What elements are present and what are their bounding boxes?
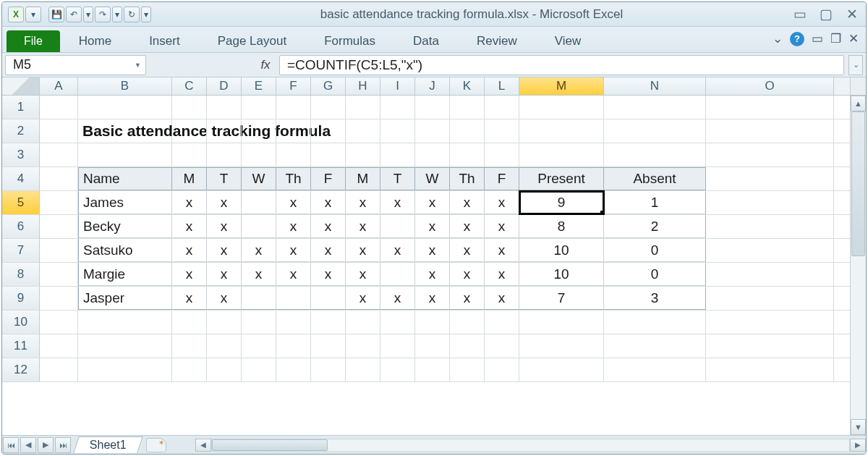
redo-dropdown-icon[interactable]: ▾ (112, 7, 122, 22)
cell-N9[interactable]: 3 (604, 287, 706, 310)
cell-N11[interactable] (604, 334, 706, 358)
cell-K3[interactable] (450, 143, 485, 166)
cell-B3[interactable] (78, 143, 172, 166)
cell-F5[interactable]: x (276, 191, 311, 214)
cell-J10[interactable] (415, 311, 450, 334)
cell-D12[interactable] (207, 358, 242, 381)
qat-customize-icon[interactable]: ▾ (141, 7, 151, 22)
cell-F12[interactable] (276, 358, 311, 381)
cell-O12[interactable] (706, 358, 834, 381)
cell-I1[interactable] (380, 96, 415, 119)
cell-E5[interactable] (242, 191, 276, 214)
cell-A6[interactable] (40, 215, 78, 238)
cell-M5[interactable]: 9 (519, 191, 604, 214)
cell-D3[interactable] (207, 143, 242, 166)
cell-K2[interactable] (450, 119, 485, 143)
cell-H7[interactable]: x (346, 239, 380, 262)
cell-B2[interactable]: Basic attendance tracking formula (78, 119, 172, 143)
cell-H9[interactable]: x (346, 287, 380, 310)
cell-E8[interactable]: x (242, 263, 276, 286)
cell-G7[interactable]: x (311, 239, 346, 262)
cell-I10[interactable] (380, 311, 415, 334)
cell-E2[interactable] (242, 119, 276, 143)
row-header-3[interactable]: 3 (2, 143, 40, 166)
cell-N1[interactable] (604, 96, 706, 119)
row-header-9[interactable]: 9 (2, 287, 40, 310)
cell-B10[interactable] (78, 311, 172, 334)
cell-D4[interactable]: T (207, 167, 242, 190)
row-header-6[interactable]: 6 (2, 215, 40, 238)
cell-H12[interactable] (346, 358, 380, 381)
cell-B6[interactable]: Becky (78, 215, 172, 238)
col-header-I[interactable]: I (380, 77, 415, 95)
cell-D1[interactable] (207, 96, 242, 119)
fx-icon[interactable]: fx (256, 58, 275, 72)
cell-K1[interactable] (450, 96, 485, 119)
cell-N3[interactable] (604, 143, 706, 166)
col-header-E[interactable]: E (242, 77, 276, 95)
cell-J4[interactable]: W (415, 167, 450, 190)
undo-icon[interactable]: ↶ (66, 7, 82, 22)
cell-H2[interactable] (346, 119, 380, 143)
cell-I8[interactable] (380, 263, 415, 286)
cell-M4[interactable]: Present (519, 167, 604, 190)
cell-G12[interactable] (311, 358, 346, 381)
cell-F9[interactable] (276, 287, 311, 310)
cell-O8[interactable] (706, 263, 834, 286)
cell-O6[interactable] (706, 215, 834, 238)
cell-J8[interactable]: x (415, 263, 450, 286)
scroll-left-icon[interactable]: ◀ (195, 439, 211, 452)
cell-J2[interactable] (415, 119, 450, 143)
col-header-H[interactable]: H (346, 77, 380, 95)
cell-H11[interactable] (346, 334, 380, 358)
cell-O4[interactable] (706, 167, 834, 190)
col-header-N[interactable]: N (604, 77, 706, 95)
cell-C5[interactable]: x (172, 191, 207, 214)
tab-view[interactable]: View (536, 30, 600, 52)
cell-D10[interactable] (207, 311, 242, 334)
cell-K11[interactable] (450, 334, 485, 358)
cell-D8[interactable]: x (207, 263, 242, 286)
cell-A5[interactable] (40, 191, 78, 214)
sheet-tab-sheet1[interactable]: Sheet1 (73, 436, 142, 453)
cell-H4[interactable]: M (346, 167, 380, 190)
cell-E9[interactable] (242, 287, 276, 310)
cell-G9[interactable] (311, 287, 346, 310)
cell-A8[interactable] (40, 263, 78, 286)
cell-A10[interactable] (40, 311, 78, 334)
cell-D7[interactable]: x (207, 239, 242, 262)
cell-I9[interactable]: x (380, 287, 415, 310)
cell-M10[interactable] (519, 311, 604, 334)
col-header-D[interactable]: D (207, 77, 242, 95)
cell-K12[interactable] (450, 358, 485, 381)
col-header-J[interactable]: J (415, 77, 450, 95)
cell-G2[interactable] (311, 119, 346, 143)
cell-M3[interactable] (519, 143, 604, 166)
cell-C11[interactable] (172, 334, 207, 358)
cell-C8[interactable]: x (172, 263, 207, 286)
excel-icon[interactable]: X (8, 7, 24, 22)
cell-H10[interactable] (346, 311, 380, 334)
cell-G8[interactable]: x (311, 263, 346, 286)
tab-formulas[interactable]: Formulas (305, 30, 394, 52)
cell-N2[interactable] (604, 119, 706, 143)
help-icon[interactable]: ? (790, 32, 804, 46)
undo-dropdown-icon[interactable]: ▾ (83, 7, 93, 22)
cell-H1[interactable] (346, 96, 380, 119)
cell-O9[interactable] (706, 287, 834, 310)
cell-B11[interactable] (78, 334, 172, 358)
cell-K5[interactable]: x (450, 191, 485, 214)
cell-D6[interactable]: x (207, 215, 242, 238)
cell-E7[interactable]: x (242, 239, 276, 262)
cell-M2[interactable] (519, 119, 604, 143)
scroll-up-icon[interactable]: ▲ (851, 96, 866, 111)
cell-A1[interactable] (40, 96, 78, 119)
file-tab[interactable]: File (7, 30, 60, 52)
cell-A7[interactable] (40, 239, 78, 262)
cell-C3[interactable] (172, 143, 207, 166)
col-header-C[interactable]: C (172, 77, 207, 95)
cell-A4[interactable] (40, 167, 78, 190)
cell-A2[interactable] (40, 119, 78, 143)
cell-K9[interactable]: x (450, 287, 485, 310)
cell-D2[interactable] (207, 119, 242, 143)
